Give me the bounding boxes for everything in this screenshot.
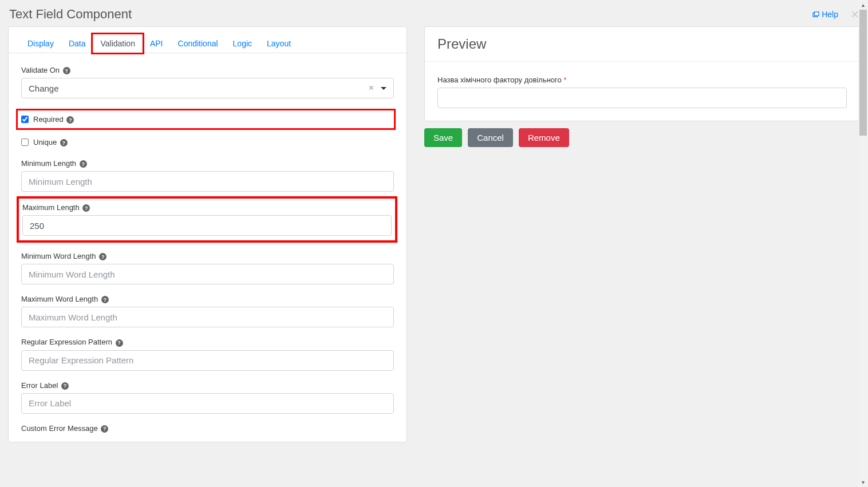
min-word-length-label: Minimum Word Length ? [21,252,394,260]
tab-display[interactable]: Display [20,34,61,53]
help-icon[interactable]: ? [116,339,123,347]
tab-validation[interactable]: Validation [93,34,142,53]
max-length-input[interactable] [22,215,392,236]
preview-field-input[interactable] [437,88,847,108]
help-link[interactable]: Help [812,10,838,19]
scroll-down-icon[interactable]: ▾ [858,477,868,487]
remove-button[interactable]: Remove [519,128,569,147]
max-word-length-label: Maximum Word Length ? [21,295,394,303]
scroll-up-icon[interactable]: ▴ [858,0,868,10]
save-button[interactable]: Save [424,128,462,147]
validate-on-value: Change [29,84,365,93]
required-label: Required ? [33,115,74,124]
chevron-down-icon [381,87,386,90]
required-checkbox[interactable] [21,116,29,123]
cancel-button[interactable]: Cancel [468,128,513,147]
required-highlight: Required ? [16,109,396,130]
required-star-icon: * [563,76,566,84]
tab-layout[interactable]: Layout [259,34,298,53]
help-icon[interactable]: ? [63,67,70,74]
validate-on-label: Validate On ? [21,66,394,74]
regex-pattern-input[interactable] [21,350,394,371]
close-icon[interactable]: × [851,7,859,21]
help-icon[interactable]: ? [80,160,87,168]
tab-logic[interactable]: Logic [226,34,259,53]
help-icon[interactable]: ? [99,253,106,260]
help-icon[interactable]: ? [66,116,74,124]
max-word-length-input[interactable] [21,307,394,327]
validate-on-select[interactable]: Change × [21,78,394,98]
tab-conditional[interactable]: Conditional [171,34,226,53]
max-length-label: Maximum Length ? [22,203,392,212]
min-length-input[interactable] [21,171,394,192]
help-icon[interactable]: ? [101,425,108,433]
svg-rect-1 [815,12,819,16]
max-length-highlight: Maximum Length ? [17,196,397,243]
min-word-length-input[interactable] [21,264,394,284]
min-length-label: Minimum Length ? [21,159,394,168]
unique-checkbox[interactable] [21,138,29,146]
help-icon[interactable]: ? [60,139,68,147]
tab-bar: Display Data Validation API Conditional … [9,27,407,53]
unique-label: Unique ? [33,138,68,147]
error-label-input[interactable] [21,393,394,414]
help-icon[interactable]: ? [101,296,109,303]
clear-icon[interactable]: × [365,83,377,93]
help-label: Help [822,10,838,19]
custom-error-label: Custom Error Message ? [21,424,394,433]
help-icon[interactable]: ? [61,382,69,390]
error-label-label: Error Label ? [21,381,394,390]
new-window-icon [812,10,819,19]
tab-api[interactable]: API [143,34,171,53]
preview-title: Preview [437,36,847,52]
preview-field-label: Назва хімічного фактору довільного * [437,76,847,84]
page-title: Text Field Component [9,7,132,22]
scrollbar[interactable]: ▴ ▾ [858,0,868,487]
help-icon[interactable]: ? [82,204,90,212]
scrollbar-thumb[interactable] [859,10,867,136]
tab-data[interactable]: Data [61,34,93,53]
regex-pattern-label: Regular Expression Pattern ? [21,338,394,346]
tab-validation-label: Validation [100,39,135,48]
